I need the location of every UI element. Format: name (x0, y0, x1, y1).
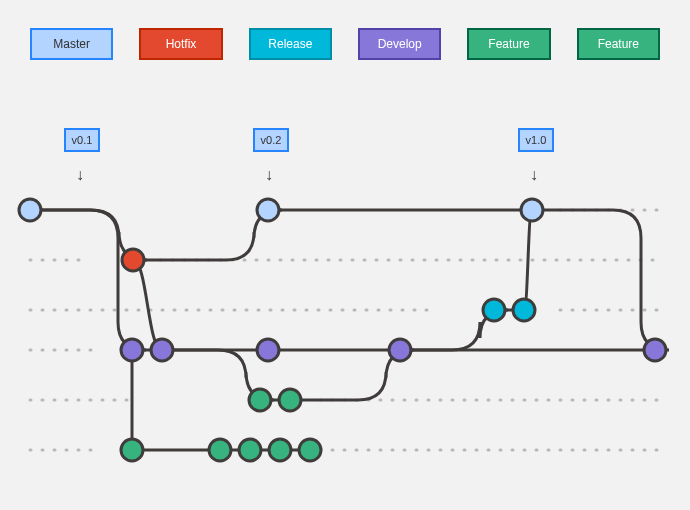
branch-label: Feature (598, 37, 639, 51)
commit-node (389, 339, 411, 361)
commit-node (269, 439, 291, 461)
commit-node (644, 339, 666, 361)
commit-node (121, 439, 143, 461)
commit-node (483, 299, 505, 321)
commit-node (151, 339, 173, 361)
branch-label: Develop (378, 37, 422, 51)
branch-label: Master (53, 37, 90, 51)
branch-box-develop: Develop (358, 28, 441, 60)
commit-node (19, 199, 41, 221)
commit-node (121, 339, 143, 361)
commit-node (209, 439, 231, 461)
branch-box-release: Release (249, 28, 332, 60)
branch-legend: Master Hotfix Release Develop Feature Fe… (0, 0, 690, 70)
branch-label: Feature (488, 37, 529, 51)
commit-node (521, 199, 543, 221)
branch-box-feature: Feature (577, 28, 660, 60)
gitflow-graph (0, 120, 690, 510)
commit-node (279, 389, 301, 411)
commit-node (257, 339, 279, 361)
commit-node (249, 389, 271, 411)
commit-node (513, 299, 535, 321)
branch-label: Release (268, 37, 312, 51)
branch-label: Hotfix (166, 37, 197, 51)
branch-box-feature: Feature (467, 28, 550, 60)
branch-box-hotfix: Hotfix (139, 28, 222, 60)
commit-node (257, 199, 279, 221)
commit-node (299, 439, 321, 461)
branch-box-master: Master (30, 28, 113, 60)
commit-node (122, 249, 144, 271)
commit-node (239, 439, 261, 461)
